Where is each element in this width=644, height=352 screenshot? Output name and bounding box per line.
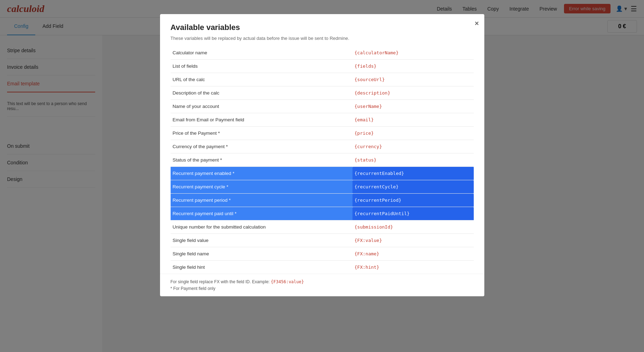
variable-value: {recurrentPeriod}: [352, 194, 474, 207]
variable-label: Single field name: [171, 247, 352, 261]
variable-label: Single field value: [171, 234, 352, 247]
variable-label: Name of your account: [171, 100, 352, 113]
table-row: Recurrent payment cycle *{recurrentCycle…: [171, 180, 474, 194]
variable-value: {FX:name}: [352, 247, 474, 261]
variable-value: {recurrentCycle}: [352, 180, 474, 194]
variable-value: {recurrentEnabled}: [352, 167, 474, 180]
table-row: Status of the payment *{status}: [171, 153, 474, 167]
table-row: Price of the Payment *{price}: [171, 127, 474, 140]
variable-value: {status}: [352, 153, 474, 167]
variable-label: Price of the Payment *: [171, 127, 352, 140]
variable-label: Recurrent payment period *: [171, 194, 352, 207]
variable-label: Currency of the payment *: [171, 140, 352, 153]
variable-label: Description of the calc: [171, 86, 352, 100]
variable-label: Email from Email or Payment field: [171, 113, 352, 127]
modal-close-button[interactable]: ×: [475, 19, 479, 28]
table-row: URL of the calc{sourceUrl}: [171, 73, 474, 86]
variable-label: URL of the calc: [171, 73, 352, 86]
variable-label: Status of the payment *: [171, 153, 352, 167]
modal-subtitle: These variables will be replaced by actu…: [160, 36, 484, 46]
variable-value: {email}: [352, 113, 474, 127]
variable-value: {fields}: [352, 60, 474, 73]
variable-label: List of fields: [171, 60, 352, 73]
variables-table: Calculator name{calculatorName}List of f…: [171, 46, 474, 274]
table-row: Single field hint{FX:hint}: [171, 261, 474, 274]
variable-value: {submissionId}: [352, 220, 474, 234]
footer-note: For single field replace FX with the fie…: [171, 279, 270, 284]
variable-value: {description}: [352, 86, 474, 100]
table-row: List of fields{fields}: [171, 60, 474, 73]
variable-value: {recurrentPaidUntil}: [352, 207, 474, 220]
modal-title: Available variables: [160, 14, 484, 36]
table-row: Recurrent payment paid until *{recurrent…: [171, 207, 474, 220]
variable-value: {FX:value}: [352, 234, 474, 247]
table-row: Email from Email or Payment field{email}: [171, 113, 474, 127]
table-row: Recurrent payment enabled *{recurrentEna…: [171, 167, 474, 180]
variable-label: Recurrent payment cycle *: [171, 180, 352, 194]
variable-label: Recurrent payment enabled *: [171, 167, 352, 180]
table-row: Single field value{FX:value}: [171, 234, 474, 247]
footer-example: {F3456:value}: [271, 279, 304, 284]
variable-value: {price}: [352, 127, 474, 140]
footer-note2: * For Payment field only: [171, 286, 474, 291]
variable-value: {currency}: [352, 140, 474, 153]
modal-overlay[interactable]: × Available variables These variables wi…: [0, 0, 644, 352]
variable-value: {FX:hint}: [352, 261, 474, 274]
variable-label: Calculator name: [171, 46, 352, 60]
table-row: Name of your account{userName}: [171, 100, 474, 113]
variable-label: Recurrent payment paid until *: [171, 207, 352, 220]
variable-value: {sourceUrl}: [352, 73, 474, 86]
variable-value: {calculatorName}: [352, 46, 474, 60]
table-row: Description of the calc{description}: [171, 86, 474, 100]
table-row: Calculator name{calculatorName}: [171, 46, 474, 60]
variables-modal: × Available variables These variables wi…: [160, 14, 484, 296]
table-row: Currency of the payment *{currency}: [171, 140, 474, 153]
table-row: Recurrent payment period *{recurrentPeri…: [171, 194, 474, 207]
modal-footer: For single field replace FX with the fie…: [160, 274, 484, 296]
variable-value: {userName}: [352, 100, 474, 113]
table-row: Unique number for the submitted calculat…: [171, 220, 474, 234]
modal-body: Calculator name{calculatorName}List of f…: [160, 46, 484, 274]
variable-label: Unique number for the submitted calculat…: [171, 220, 352, 234]
table-row: Single field name{FX:name}: [171, 247, 474, 261]
variable-label: Single field hint: [171, 261, 352, 274]
